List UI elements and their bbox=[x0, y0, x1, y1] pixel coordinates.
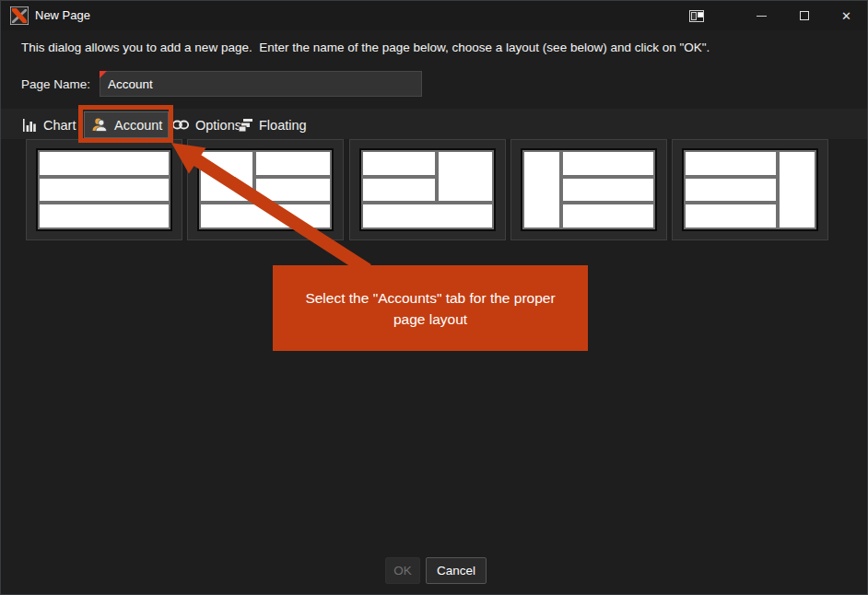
layout-thumbnail-5[interactable] bbox=[672, 139, 828, 240]
layout-thumbnail-4[interactable] bbox=[510, 139, 667, 240]
cancel-button[interactable]: Cancel bbox=[426, 557, 487, 584]
maximize-icon bbox=[800, 11, 809, 20]
stacked-windows-icon bbox=[239, 119, 252, 132]
layout-cell bbox=[684, 177, 778, 204]
tab-floating[interactable]: Floating bbox=[231, 111, 314, 138]
layout-cell bbox=[684, 203, 778, 229]
minimize-button[interactable] bbox=[741, 1, 782, 30]
layout-cell bbox=[778, 150, 816, 229]
layout-cell bbox=[38, 150, 170, 177]
tab-account-label: Account bbox=[114, 118, 162, 133]
layout-cell bbox=[254, 177, 332, 204]
layout-thumbnail-2[interactable] bbox=[187, 139, 344, 240]
users-icon bbox=[92, 118, 108, 132]
dock-window-icon[interactable] bbox=[676, 1, 718, 30]
layout-cell bbox=[199, 150, 254, 203]
tab-chart-label: Chart bbox=[43, 118, 76, 133]
close-button[interactable]: ✕ bbox=[825, 1, 868, 30]
new-page-dialog: New Page ✕ This dialog allows you to add… bbox=[0, 0, 868, 595]
minimize-icon bbox=[757, 16, 767, 17]
tab-chart[interactable]: Chart bbox=[16, 111, 83, 138]
layout-cell bbox=[38, 203, 170, 229]
layout-thumbnail-1[interactable] bbox=[26, 139, 182, 240]
close-icon: ✕ bbox=[841, 10, 851, 22]
layout-cell bbox=[437, 150, 494, 203]
window-title: New Page bbox=[35, 1, 90, 30]
layout-cell bbox=[361, 203, 494, 229]
layout-cell bbox=[684, 150, 778, 177]
maximize-button[interactable] bbox=[783, 1, 825, 30]
bar-chart-icon bbox=[23, 119, 37, 132]
app-logo-icon bbox=[10, 6, 29, 25]
chain-link-icon bbox=[172, 120, 189, 130]
input-modified-marker bbox=[100, 71, 107, 78]
layout-cell bbox=[561, 203, 655, 229]
page-name-label: Page Name: bbox=[21, 77, 90, 91]
layout-cell bbox=[561, 150, 655, 177]
page-name-input[interactable] bbox=[100, 71, 422, 97]
tab-floating-label: Floating bbox=[259, 118, 307, 133]
layout-cell bbox=[199, 203, 332, 229]
tab-account[interactable]: Account bbox=[84, 111, 169, 138]
layout-cell bbox=[361, 150, 437, 177]
layout-cell bbox=[522, 150, 561, 229]
titlebar: New Page ✕ bbox=[1, 1, 867, 30]
layout-cell bbox=[38, 177, 170, 204]
annotation-callout: Select the "Accounts" tab for the proper… bbox=[273, 265, 588, 351]
callout-text: Select the "Accounts" tab for the proper… bbox=[299, 287, 562, 330]
ok-button[interactable]: OK bbox=[385, 557, 420, 584]
layout-thumbnail-3[interactable] bbox=[349, 139, 506, 240]
dialog-description: This dialog allows you to add a new page… bbox=[21, 41, 710, 54]
layout-cell bbox=[561, 177, 655, 204]
layout-cell bbox=[254, 150, 332, 177]
layout-cell bbox=[361, 177, 437, 204]
